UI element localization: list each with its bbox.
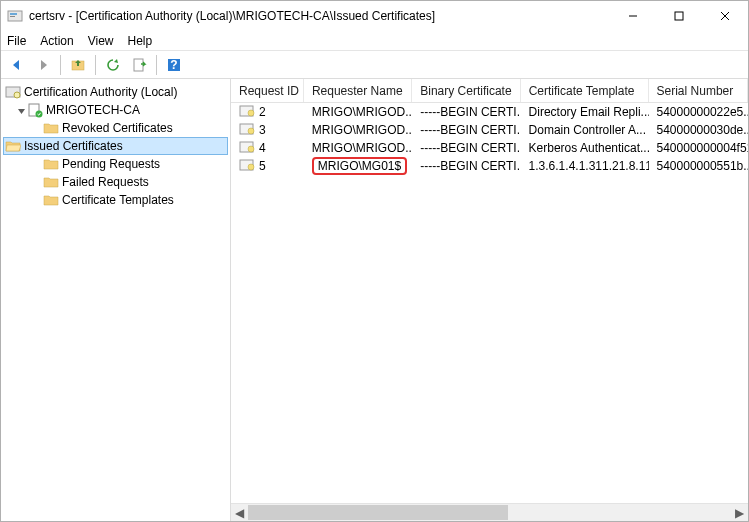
- cell-requester: MRIGO\MRIGOD...: [304, 105, 412, 119]
- horizontal-scrollbar[interactable]: ◀ ▶: [231, 503, 748, 521]
- cell-requester: MRIGO\MRIGOD...: [304, 141, 412, 155]
- tree-failed[interactable]: Failed Requests: [3, 173, 228, 191]
- svg-rect-1: [10, 13, 17, 15]
- collapse-icon[interactable]: [15, 106, 27, 115]
- tree-issued[interactable]: Issued Certificates: [3, 137, 228, 155]
- app-window: certsrv - [Certification Authority (Loca…: [0, 0, 749, 522]
- table-row[interactable]: 4MRIGO\MRIGOD...-----BEGIN CERTI...Kerbe…: [231, 139, 748, 157]
- toolbar: ?: [1, 51, 748, 79]
- scroll-thumb[interactable]: [248, 505, 508, 520]
- minimize-button[interactable]: [610, 1, 656, 31]
- table-row[interactable]: 2MRIGO\MRIGOD...-----BEGIN CERTI...Direc…: [231, 103, 748, 121]
- tree-pending-label: Pending Requests: [62, 157, 160, 171]
- column-binary-certificate[interactable]: Binary Certificate: [412, 79, 520, 102]
- tree-revoked-label: Revoked Certificates: [62, 121, 173, 135]
- cell-request-id: 4: [231, 140, 304, 157]
- cell-binary: -----BEGIN CERTI...: [412, 159, 520, 173]
- cell-request-id: 3: [231, 122, 304, 139]
- tree-issued-label: Issued Certificates: [24, 139, 123, 153]
- svg-point-20: [248, 146, 254, 152]
- cell-request-id: 2: [231, 104, 304, 121]
- tree-failed-label: Failed Requests: [62, 175, 149, 189]
- toolbar-separator: [60, 55, 61, 75]
- svg-point-16: [248, 110, 254, 116]
- cell-request-id: 5: [231, 158, 304, 175]
- svg-text:?: ?: [170, 58, 177, 72]
- svg-rect-8: [134, 59, 143, 71]
- cell-requester: MRIGO\MG01$: [304, 157, 412, 175]
- back-button[interactable]: [5, 53, 29, 77]
- tree-root-label: Certification Authority (Local): [24, 85, 177, 99]
- menu-bar: File Action View Help: [1, 31, 748, 51]
- certificate-icon: [239, 104, 255, 121]
- menu-help[interactable]: Help: [128, 34, 153, 48]
- folder-icon: [43, 120, 59, 136]
- tree-pending[interactable]: Pending Requests: [3, 155, 228, 173]
- window-title: certsrv - [Certification Authority (Loca…: [29, 9, 610, 23]
- tree-templates-label: Certificate Templates: [62, 193, 174, 207]
- menu-view[interactable]: View: [88, 34, 114, 48]
- svg-point-22: [248, 164, 254, 170]
- folder-icon: [43, 156, 59, 172]
- certificate-icon: [239, 140, 255, 157]
- menu-file[interactable]: File: [7, 34, 26, 48]
- svg-rect-4: [675, 12, 683, 20]
- svg-point-18: [248, 128, 254, 134]
- list-pane: Request ID Requester Name Binary Certifi…: [231, 79, 748, 521]
- ca-icon: [27, 102, 43, 118]
- svg-rect-2: [10, 16, 15, 17]
- scroll-track[interactable]: [248, 504, 731, 521]
- body-split: Certification Authority (Local) MRIGOTEC…: [1, 79, 748, 521]
- column-certificate-template[interactable]: Certificate Template: [521, 79, 649, 102]
- menu-action[interactable]: Action: [40, 34, 73, 48]
- tree-ca-label: MRIGOTECH-CA: [46, 103, 140, 117]
- tree-root[interactable]: Certification Authority (Local): [3, 83, 228, 101]
- column-serial-number[interactable]: Serial Number: [649, 79, 749, 102]
- cell-requester: MRIGO\MRIGOD...: [304, 123, 412, 137]
- help-button[interactable]: ?: [162, 53, 186, 77]
- folder-icon: [43, 192, 59, 208]
- cell-serial: 54000000022e5...: [649, 105, 748, 119]
- column-request-id[interactable]: Request ID: [231, 79, 304, 102]
- svg-point-14: [36, 111, 43, 118]
- column-headers: Request ID Requester Name Binary Certifi…: [231, 79, 748, 103]
- svg-point-12: [14, 92, 20, 98]
- highlighted-requester: MRIGO\MG01$: [312, 157, 407, 175]
- cell-serial: 540000000551b...: [649, 159, 748, 173]
- scroll-right-icon[interactable]: ▶: [731, 504, 748, 521]
- certificate-icon: [239, 122, 255, 139]
- cell-binary: -----BEGIN CERTI...: [412, 123, 520, 137]
- table-row[interactable]: 5MRIGO\MG01$-----BEGIN CERTI...1.3.6.1.4…: [231, 157, 748, 175]
- column-requester-name[interactable]: Requester Name: [304, 79, 412, 102]
- toolbar-separator: [156, 55, 157, 75]
- tree-pane[interactable]: Certification Authority (Local) MRIGOTEC…: [1, 79, 231, 521]
- cell-serial: 54000000030de...: [649, 123, 748, 137]
- certificate-icon: [239, 158, 255, 175]
- app-icon: [7, 8, 23, 24]
- tree-templates[interactable]: Certificate Templates: [3, 191, 228, 209]
- refresh-button[interactable]: [101, 53, 125, 77]
- title-bar: certsrv - [Certification Authority (Loca…: [1, 1, 748, 31]
- tree-ca[interactable]: MRIGOTECH-CA: [3, 101, 228, 119]
- cert-authority-icon: [5, 84, 21, 100]
- maximize-button[interactable]: [656, 1, 702, 31]
- up-button[interactable]: [66, 53, 90, 77]
- table-row[interactable]: 3MRIGO\MRIGOD...-----BEGIN CERTI...Domai…: [231, 121, 748, 139]
- cell-serial: 540000000004f51...: [649, 141, 748, 155]
- close-button[interactable]: [702, 1, 748, 31]
- cell-binary: -----BEGIN CERTI...: [412, 141, 520, 155]
- cell-template: Domain Controller A...: [521, 123, 649, 137]
- folder-open-icon: [5, 138, 21, 154]
- folder-icon: [43, 174, 59, 190]
- cell-binary: -----BEGIN CERTI...: [412, 105, 520, 119]
- window-controls: [610, 1, 748, 31]
- cell-template: 1.3.6.1.4.1.311.21.8.11...: [521, 159, 649, 173]
- scroll-left-icon[interactable]: ◀: [231, 504, 248, 521]
- cell-template: Directory Email Repli...: [521, 105, 649, 119]
- export-list-button[interactable]: [127, 53, 151, 77]
- tree-revoked[interactable]: Revoked Certificates: [3, 119, 228, 137]
- forward-button[interactable]: [31, 53, 55, 77]
- cell-template: Kerberos Authenticat...: [521, 141, 649, 155]
- rows-container: 2MRIGO\MRIGOD...-----BEGIN CERTI...Direc…: [231, 103, 748, 503]
- toolbar-separator: [95, 55, 96, 75]
